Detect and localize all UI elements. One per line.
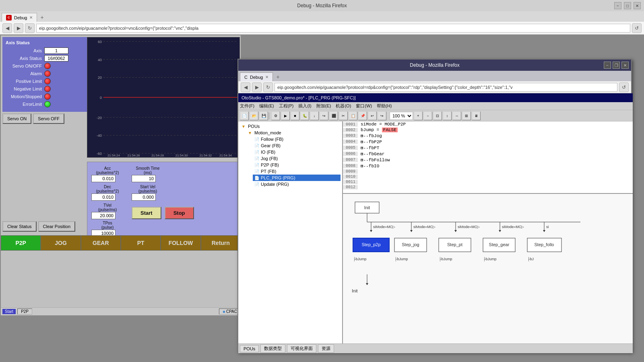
tb-btn7[interactable]: 📋 <box>349 111 357 120</box>
mode-tab-jog[interactable]: JOG <box>41 235 80 251</box>
close-button[interactable]: ✕ <box>634 2 641 9</box>
ff-forward-button[interactable]: ▶ <box>252 82 262 92</box>
start-label[interactable]: Start <box>2 309 16 314</box>
bottom-buttons: Clear Status Clear Position <box>2 221 75 232</box>
menu-insert[interactable]: 插入(I) <box>298 103 311 109</box>
start-vel-input[interactable] <box>132 193 156 201</box>
firefox-debug-tab[interactable]: C Debug ✕ <box>240 72 273 81</box>
browser-title-bar: Debug - Mozilla Firefox − □ ✕ <box>0 0 644 11</box>
tb-fit[interactable]: ⊡ <box>433 111 442 120</box>
tb-btn10[interactable]: ↪ <box>378 111 386 120</box>
ff-new-tab[interactable]: + <box>273 72 283 81</box>
tree-pous[interactable]: ▼ POUs <box>240 123 341 130</box>
svg-text:Init: Init <box>352 288 358 293</box>
mode-tab-p2p[interactable]: P2P <box>1 235 41 251</box>
start-button[interactable]: Start <box>132 207 161 219</box>
tb-btn5[interactable]: ⬛ <box>329 111 338 120</box>
acc-input[interactable] <box>91 175 116 182</box>
minimize-button[interactable]: − <box>614 2 621 9</box>
tree-jog-label: Jog (FB) <box>261 156 278 161</box>
tree-pt-fb[interactable]: 📄 PT (FB) <box>253 168 341 175</box>
debug-tab[interactable]: C Debug ✕ <box>2 13 37 22</box>
address-bar[interactable] <box>36 24 630 33</box>
reload-button[interactable]: ↻ <box>25 23 35 33</box>
tb-monitor[interactable]: 🖥 <box>472 111 481 120</box>
menu-machine[interactable]: 机器(O) <box>336 103 351 109</box>
axis-status-value[interactable]: 16#0062 <box>44 55 68 62</box>
tb-btn8[interactable]: 📌 <box>358 111 367 120</box>
menu-project[interactable]: 工程(P) <box>279 103 294 109</box>
ff-close-button[interactable]: ✕ <box>621 62 629 69</box>
tb-step[interactable]: ↓ <box>310 111 319 120</box>
svg-text:siMode=MC▷: siMode=MC▷ <box>373 225 395 229</box>
tb-step2[interactable]: ↪ <box>320 111 328 120</box>
menu-edit[interactable]: 编辑(E) <box>259 103 274 109</box>
ff-restore-button[interactable]: ❐ <box>613 62 620 69</box>
tree-plc-prg[interactable]: 📄 PLC_PRG (PRG) <box>253 175 341 181</box>
tb-save[interactable]: 💾 <box>259 111 268 120</box>
tb-stop[interactable]: ■ <box>291 111 299 120</box>
tvel-input[interactable] <box>91 212 116 219</box>
chart-svg: 60 40 20 0 -20 -40 -60 21:54:24 21:54:26… <box>87 37 239 157</box>
ff-tab-close[interactable]: ✕ <box>265 75 268 79</box>
tb-arrow2[interactable]: ↔ <box>452 111 461 120</box>
dec-label: Dec(pulse/ms^2) <box>91 185 124 193</box>
ff-address-bar[interactable] <box>275 83 617 92</box>
servo-on-button[interactable]: Servo ON <box>2 113 31 124</box>
tb-layout[interactable]: ⊞ <box>462 111 471 120</box>
stop-button[interactable]: Stop <box>165 207 194 219</box>
forward-button[interactable]: ▶ <box>14 23 23 33</box>
menu-help[interactable]: 帮助(H) <box>377 103 392 109</box>
tree-p2p-fb[interactable]: 📄 P2P (FB) <box>253 162 341 168</box>
refresh-icon[interactable]: ↺ <box>632 23 642 33</box>
mode-tab-pt[interactable]: PT <box>121 235 161 251</box>
smooth-time-input[interactable] <box>132 175 156 182</box>
ff-reload-button[interactable]: ↻ <box>263 82 273 92</box>
svg-text:Step_jog: Step_jog <box>402 242 419 247</box>
clear-status-button[interactable]: Clear Status <box>2 221 37 232</box>
tb-run[interactable]: ▶ <box>281 111 290 120</box>
menu-extra[interactable]: 附加(E) <box>316 103 331 109</box>
new-tab-button[interactable]: + <box>37 13 47 22</box>
menu-window[interactable]: 窗口(W) <box>356 103 372 109</box>
bottom-tab-visual[interactable]: 可视化界面 <box>287 344 316 353</box>
mode-tab-gear[interactable]: GEAR <box>81 235 121 251</box>
mode-tab-return[interactable]: Return <box>201 235 241 251</box>
tree-follow-fb[interactable]: 📄 Follow (FB) <box>253 136 341 142</box>
tree-plc-prg-label: PLC_PRG (PRG) <box>261 175 295 180</box>
tb-zoom-in[interactable]: + <box>414 111 423 120</box>
ff-refresh-icon[interactable]: ↺ <box>619 82 629 92</box>
bottom-tab-pous[interactable]: POUs <box>240 345 259 352</box>
servo-off-button[interactable]: Servo OFF <box>33 113 64 124</box>
tree-io-fb[interactable]: 📄 IO (FB) <box>253 149 341 155</box>
bottom-tab-datatypes[interactable]: 数据类型 <box>260 344 285 353</box>
dec-input[interactable] <box>91 193 116 201</box>
tree-update-prg[interactable]: 📄 Update (PRG) <box>253 181 341 187</box>
maximize-button[interactable]: □ <box>624 2 631 9</box>
tree-gear-fb[interactable]: 📄 Gear (FB) <box>253 142 341 149</box>
svg-marker-25 <box>370 230 372 232</box>
tb-btn9[interactable]: ↩ <box>368 111 377 120</box>
tb-zoom-out[interactable]: − <box>423 111 432 120</box>
bottom-tab-resources[interactable]: 资源 <box>318 344 334 353</box>
axis-value[interactable]: 1 <box>44 47 68 54</box>
ff-back-button[interactable]: ◀ <box>241 82 250 92</box>
back-button[interactable]: ◀ <box>2 23 12 33</box>
tb-arrow[interactable]: ↕ <box>443 111 452 120</box>
tree-jog-fb[interactable]: 📄 Jog (FB) <box>253 155 341 162</box>
clear-position-button[interactable]: Clear Position <box>38 221 75 232</box>
menu-file[interactable]: 文件(F) <box>240 103 254 109</box>
svg-text:-60: -60 <box>97 152 102 156</box>
tb-debug[interactable]: 🐛 <box>300 111 309 120</box>
tab-close-button[interactable]: ✕ <box>29 15 33 20</box>
zoom-select[interactable]: 100 % 75 % 50 % 150 % <box>390 112 413 120</box>
tree-motion-mode[interactable]: ▼ Motion_mode <box>246 130 341 136</box>
mode-tab-follow[interactable]: FOLLOW <box>161 235 200 251</box>
ff-minimize-button[interactable]: − <box>604 62 611 69</box>
tb-build[interactable]: ⚙ <box>271 111 280 120</box>
tb-open[interactable]: 📂 <box>250 111 258 120</box>
tb-new[interactable]: 📄 <box>240 111 249 120</box>
tb-btn6[interactable]: ✂ <box>339 111 348 120</box>
window-controls: − □ ✕ <box>614 2 641 9</box>
svg-marker-31 <box>410 230 413 232</box>
